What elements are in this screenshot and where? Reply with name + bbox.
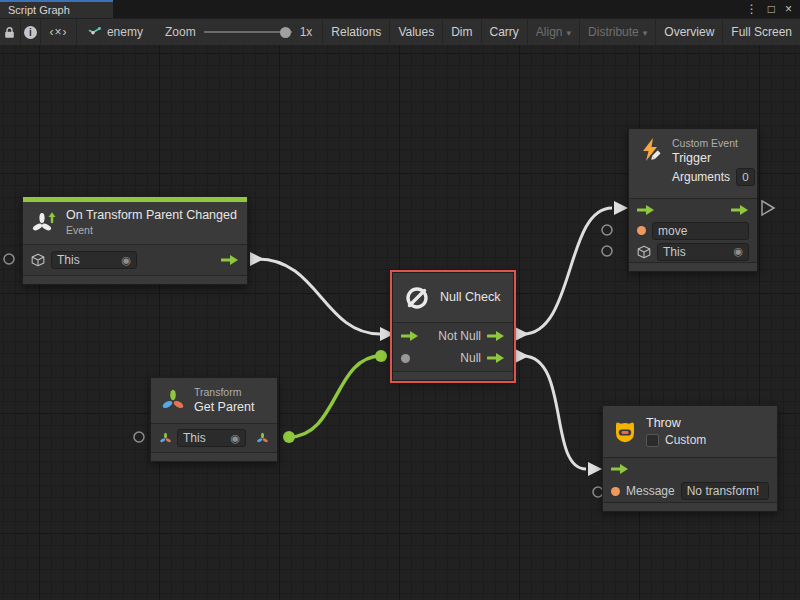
target-field[interactable]: This ◉ bbox=[177, 429, 246, 447]
target-field[interactable]: This ◉ bbox=[657, 243, 749, 261]
node-trigger-custom-event[interactable]: Custom Event Trigger Arguments 0 bbox=[628, 128, 758, 272]
value-input-port[interactable] bbox=[401, 354, 410, 363]
event-name-field[interactable]: move bbox=[652, 222, 749, 240]
values-button[interactable]: Values bbox=[389, 19, 442, 45]
node-footer bbox=[603, 502, 777, 511]
node-title: Null Check bbox=[440, 290, 500, 306]
code-view-button[interactable]: ‹×› bbox=[41, 19, 77, 45]
wire-start-arrow[interactable] bbox=[515, 327, 529, 341]
chevron-down-icon: ▾ bbox=[567, 28, 572, 38]
lock-button[interactable] bbox=[0, 19, 21, 45]
node-throw[interactable]: Throw Custom Message No transform! bbox=[602, 405, 778, 512]
target-picker-icon[interactable]: ◉ bbox=[230, 432, 240, 445]
chevron-down-icon: ▾ bbox=[643, 28, 648, 38]
wire-end-dot bbox=[375, 350, 387, 362]
wire-getparent-to-nullcheck[interactable] bbox=[289, 356, 381, 437]
relations-button[interactable]: Relations bbox=[322, 19, 389, 45]
wire-notnull-to-trigger[interactable] bbox=[523, 208, 612, 334]
node-title: Trigger bbox=[672, 151, 755, 167]
node-category: Custom Event bbox=[672, 137, 755, 151]
node-title: Get Parent bbox=[194, 400, 254, 416]
distribute-button: Distribute▾ bbox=[579, 19, 655, 45]
output-port-triangle[interactable] bbox=[762, 201, 774, 215]
graph-icon bbox=[87, 26, 101, 39]
zoom-value: 1x bbox=[300, 25, 313, 39]
zoom-slider[interactable] bbox=[204, 26, 292, 38]
null-check-icon bbox=[402, 283, 432, 313]
target-field[interactable]: This ◉ bbox=[51, 251, 137, 269]
message-label: Message bbox=[626, 484, 675, 498]
inspect-button[interactable]: i bbox=[21, 19, 42, 45]
fullscreen-button[interactable]: Full Screen bbox=[722, 19, 800, 45]
target-picker-icon[interactable]: ◉ bbox=[733, 245, 743, 258]
custom-checkbox-label: Custom bbox=[665, 433, 706, 447]
node-title: Throw bbox=[646, 416, 706, 432]
zoom-slider-track bbox=[204, 31, 292, 33]
node-on-transform-parent-changed[interactable]: On Transform Parent Changed Event This ◉ bbox=[22, 196, 248, 285]
flow-output-port[interactable] bbox=[221, 254, 239, 266]
wire-start-dot[interactable] bbox=[283, 431, 295, 443]
transform-output-port-icon[interactable] bbox=[256, 432, 269, 445]
carry-button[interactable]: Carry bbox=[481, 19, 527, 45]
string-input-port[interactable] bbox=[637, 226, 646, 235]
flow-output-port[interactable] bbox=[487, 352, 505, 364]
custom-checkbox[interactable] bbox=[646, 434, 659, 447]
flow-input-port[interactable] bbox=[611, 463, 629, 475]
overview-button[interactable]: Overview bbox=[655, 19, 722, 45]
input-port-circle[interactable] bbox=[602, 225, 612, 235]
align-button: Align▾ bbox=[527, 19, 579, 45]
custom-event-icon bbox=[638, 137, 664, 163]
wire-start-arrow[interactable] bbox=[250, 252, 264, 266]
wire-end-arrow bbox=[614, 201, 628, 215]
flow-input-port[interactable] bbox=[637, 204, 655, 216]
gameobject-cube-icon bbox=[637, 245, 651, 259]
graph-name: enemy bbox=[107, 25, 143, 39]
port-label-not-null: Not Null bbox=[438, 329, 481, 343]
node-footer bbox=[23, 275, 247, 284]
node-footer bbox=[151, 452, 277, 461]
node-category: Transform bbox=[194, 386, 254, 400]
throw-exception-icon bbox=[612, 419, 638, 445]
transform-port-icon[interactable] bbox=[159, 432, 172, 445]
node-footer bbox=[629, 262, 757, 271]
node-title: On Transform Parent Changed bbox=[66, 208, 237, 224]
graph-selector[interactable]: enemy bbox=[77, 19, 155, 45]
wire-end-arrow bbox=[588, 462, 602, 476]
window-menu-icon[interactable]: ⋮ bbox=[746, 3, 758, 15]
transform-icon bbox=[160, 388, 186, 414]
lock-icon bbox=[4, 26, 15, 39]
message-field[interactable]: No transform! bbox=[681, 482, 769, 500]
string-input-port[interactable] bbox=[611, 487, 620, 496]
port-label-null: Null bbox=[460, 351, 481, 365]
transform-event-icon bbox=[32, 210, 58, 236]
node-null-check[interactable]: Null Check Not Null Null bbox=[392, 272, 514, 381]
dim-button[interactable]: Dim bbox=[442, 19, 480, 45]
code-icon: ‹×› bbox=[50, 25, 68, 39]
node-subtitle: Event bbox=[66, 224, 237, 238]
tab-label: Script Graph bbox=[8, 4, 70, 16]
zoom-slider-handle[interactable] bbox=[280, 27, 291, 38]
window-close-icon[interactable]: × bbox=[785, 3, 792, 15]
wire-null-to-throw[interactable] bbox=[523, 356, 586, 469]
flow-output-port[interactable] bbox=[731, 204, 749, 216]
window-maximize-icon[interactable]: □ bbox=[768, 3, 775, 15]
target-picker-icon[interactable]: ◉ bbox=[121, 254, 131, 267]
node-footer bbox=[393, 371, 513, 380]
node-get-parent[interactable]: Transform Get Parent This ◉ bbox=[150, 377, 278, 462]
graph-toolbar: i ‹×› enemy Zoom 1x Relations Values Dim… bbox=[0, 18, 800, 45]
input-port-circle[interactable] bbox=[4, 254, 14, 264]
zoom-label: Zoom bbox=[165, 25, 196, 39]
arguments-label: Arguments bbox=[672, 170, 730, 185]
input-port-circle[interactable] bbox=[602, 246, 612, 256]
flow-input-port[interactable] bbox=[401, 330, 419, 342]
title-bar: Script Graph ⋮ □ × bbox=[0, 0, 800, 18]
info-icon: i bbox=[24, 26, 37, 39]
tab-script-graph[interactable]: Script Graph bbox=[0, 0, 113, 18]
flow-output-port[interactable] bbox=[487, 330, 505, 342]
wire-start-arrow[interactable] bbox=[515, 349, 529, 363]
wire-event-to-nullcheck[interactable] bbox=[258, 259, 380, 334]
gameobject-cube-icon bbox=[31, 253, 45, 267]
input-port-circle[interactable] bbox=[134, 432, 144, 442]
graph-canvas[interactable]: On Transform Parent Changed Event This ◉ bbox=[0, 45, 800, 600]
arguments-count-field[interactable]: 0 bbox=[736, 168, 755, 186]
